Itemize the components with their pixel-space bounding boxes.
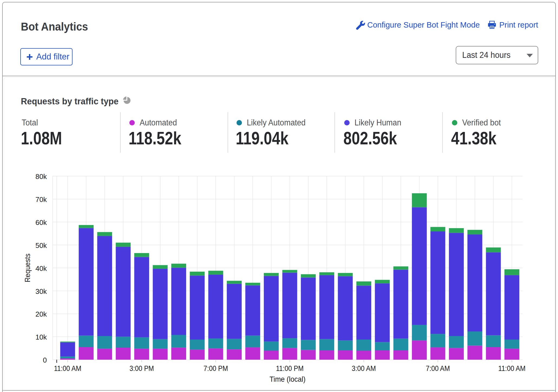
svg-text:11:00 AM: 11:00 AM — [54, 364, 81, 372]
svg-text:70k: 70k — [35, 195, 47, 204]
svg-text:11:00 AM: 11:00 AM — [498, 364, 526, 372]
svg-text:40k: 40k — [35, 264, 47, 273]
svg-text:Time (local): Time (local) — [270, 375, 306, 383]
svg-text:60k: 60k — [35, 218, 47, 227]
svg-text:Requests: Requests — [23, 254, 32, 282]
svg-text:3:00 AM: 3:00 AM — [352, 364, 376, 372]
svg-text:20k: 20k — [35, 310, 47, 318]
svg-text:50k: 50k — [35, 241, 47, 250]
svg-text:0: 0 — [43, 356, 47, 364]
svg-text:10k: 10k — [35, 333, 47, 341]
svg-text:3:00 PM: 3:00 PM — [129, 364, 154, 372]
svg-text:7:00 AM: 7:00 AM — [426, 364, 450, 372]
svg-text:30k: 30k — [35, 287, 47, 295]
svg-text:80k: 80k — [35, 172, 47, 181]
svg-text:7:00 PM: 7:00 PM — [203, 364, 228, 372]
svg-text:11:00 PM: 11:00 PM — [276, 364, 304, 372]
